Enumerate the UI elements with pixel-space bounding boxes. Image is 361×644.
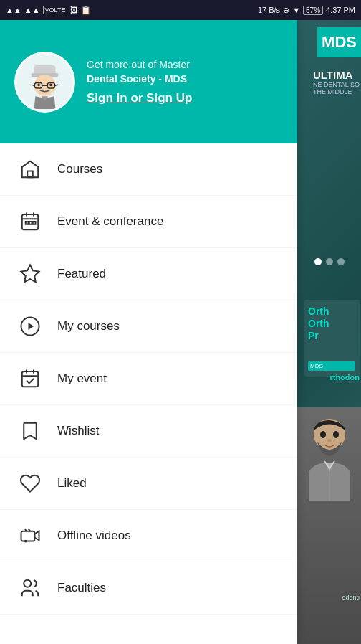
header-description: Get more out of Master Dental Society - … (87, 58, 283, 86)
right-panel: MDS ULTIMA NE DENTAL SO THE MIDDLE Orth … (297, 20, 361, 644)
speed-indicator: 17 B/s (258, 6, 280, 14)
svg-rect-16 (26, 222, 29, 224)
signal-icon-1: ▲▲ (6, 6, 21, 14)
svg-point-33 (320, 431, 326, 438)
sidebar-item-events[interactable]: Event & conferance (0, 196, 297, 248)
status-right: 17 B/s ⊖ ▼ 57% 4:37 PM (258, 6, 355, 15)
avatar (14, 52, 75, 113)
my-event-label: My event (57, 371, 107, 386)
sim-icon: 📋 (81, 6, 91, 15)
minus-icon: ⊖ (283, 6, 289, 15)
sidebar-item-my-courses[interactable]: My courses (0, 300, 297, 353)
signal-icon-2: ▲▲ (24, 6, 40, 14)
sidebar-header: Get more out of Master Dental Society - … (0, 20, 297, 143)
header-text-block: Get more out of Master Dental Society - … (87, 58, 283, 105)
offline-videos-label: Offline videos (57, 529, 131, 543)
ultima-text: ULTIMA NE DENTAL SO THE MIDDLE (313, 69, 361, 95)
bookmark-icon (17, 418, 43, 444)
heart-icon (17, 470, 43, 496)
liked-label: Liked (57, 476, 87, 491)
sidebar-item-my-event[interactable]: My event (0, 353, 297, 405)
svg-point-31 (24, 580, 31, 587)
sidebar-item-faculties[interactable]: Faculties (0, 562, 297, 615)
wifi-icon: ▼ (292, 6, 300, 14)
users-icon (17, 575, 43, 601)
status-bar: ▲▲ ▲▲ VOLTE 🖼 📋 17 B/s ⊖ ▼ 57% 4:37 PM (0, 0, 361, 20)
carousel-dots (297, 252, 361, 271)
photo-icon: 🖼 (70, 6, 78, 14)
svg-point-30 (24, 540, 27, 543)
svg-point-10 (49, 83, 52, 86)
sidebar-item-courses[interactable]: Courses (0, 143, 297, 196)
dot-3 (337, 258, 345, 265)
play-circle-icon (17, 313, 43, 339)
sidebar-item-featured[interactable]: Featured (0, 248, 297, 300)
dot-2 (326, 258, 333, 265)
right-card: Orth Orth Pr MDS (304, 300, 360, 377)
svg-rect-22 (22, 371, 39, 387)
card-title: Orth Orth Pr (308, 306, 355, 341)
calendar-icon (17, 209, 43, 235)
calendar-check-icon (17, 366, 43, 392)
svg-line-8 (55, 85, 59, 85)
svg-point-9 (37, 83, 40, 86)
ortho-label: rthodon (329, 373, 361, 382)
person-area (297, 407, 361, 644)
card-badge: MDS (308, 361, 355, 371)
my-courses-label: My courses (57, 319, 120, 333)
sidebar: Get more out of Master Dental Society - … (0, 20, 297, 644)
person-image (302, 415, 357, 501)
sidebar-item-wishlist[interactable]: Wishlist (0, 405, 297, 458)
home-icon (17, 156, 43, 182)
sign-in-link[interactable]: Sign In or Sign Up (87, 91, 192, 105)
mds-label: MDS (317, 27, 361, 57)
svg-marker-19 (21, 265, 39, 283)
svg-point-35 (327, 439, 332, 442)
svg-marker-21 (29, 323, 34, 330)
video-icon (17, 523, 43, 549)
courses-label: Courses (57, 162, 102, 176)
star-icon (17, 261, 43, 287)
dot-1 (314, 258, 322, 265)
bottom-ortho-label: odonti (342, 594, 361, 601)
sidebar-item-offline-videos[interactable]: Offline videos (0, 510, 297, 562)
svg-point-34 (333, 431, 339, 438)
status-left: ▲▲ ▲▲ VOLTE 🖼 📋 (6, 6, 91, 15)
sidebar-item-liked[interactable]: Liked (0, 458, 297, 510)
svg-line-7 (32, 85, 35, 85)
wishlist-label: Wishlist (57, 424, 100, 438)
svg-rect-1 (34, 65, 56, 75)
main-layout: Get more out of Master Dental Society - … (0, 20, 361, 644)
svg-rect-18 (33, 222, 36, 224)
faculties-label: Faculties (57, 581, 106, 595)
events-label: Event & conferance (57, 214, 163, 229)
svg-rect-11 (27, 171, 33, 178)
time-display: 4:37 PM (326, 6, 355, 14)
nav-list: Courses Event & conferance Featured (0, 143, 297, 644)
volte-badge: VOLTE (43, 6, 68, 14)
featured-label: Featured (57, 267, 106, 281)
avatar-image (18, 55, 72, 109)
battery-indicator: 57% (303, 6, 323, 15)
svg-rect-26 (21, 531, 35, 541)
svg-rect-17 (29, 222, 32, 224)
